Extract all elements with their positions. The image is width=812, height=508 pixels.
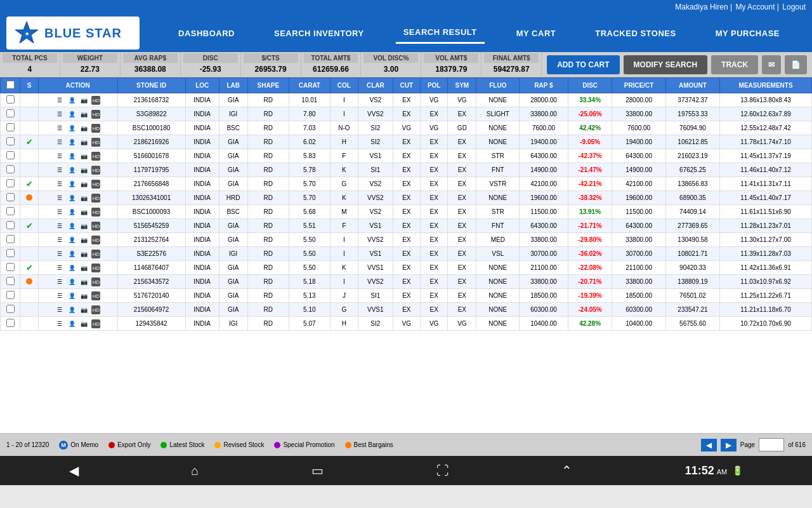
camera-icon[interactable]: 📷 — [79, 194, 88, 203]
hd-icon[interactable]: HD — [91, 152, 100, 161]
row-action-cell[interactable]: ☰ 👤 📷 HD — [38, 93, 117, 107]
hd-icon[interactable]: HD — [91, 138, 100, 147]
modify-search-button[interactable]: MODIFY SEARCH — [624, 55, 707, 74]
detail-icon[interactable]: ☰ — [55, 291, 64, 300]
person-icon[interactable]: 👤 — [67, 277, 76, 286]
camera-icon[interactable]: 📷 — [79, 277, 88, 286]
row-checkbox[interactable] — [6, 221, 15, 229]
row-checkbox-cell[interactable] — [1, 247, 20, 261]
back-icon[interactable]: ◀ — [69, 463, 79, 478]
row-checkbox-cell[interactable] — [1, 261, 20, 275]
row-checkbox[interactable] — [6, 235, 15, 243]
camera-icon[interactable]: 📷 — [79, 152, 88, 161]
row-checkbox-cell[interactable] — [1, 317, 20, 331]
row-checkbox[interactable] — [6, 123, 15, 131]
detail-icon[interactable]: ☰ — [55, 208, 64, 217]
row-checkbox[interactable] — [6, 95, 15, 104]
screenshot-icon[interactable]: ⛶ — [436, 464, 449, 478]
camera-icon[interactable]: 📷 — [79, 124, 88, 133]
row-checkbox-cell[interactable] — [1, 135, 20, 149]
row-checkbox-cell[interactable] — [1, 205, 20, 219]
person-icon[interactable]: 👤 — [67, 208, 76, 217]
row-action-cell[interactable]: ☰ 👤 📷 HD — [38, 247, 117, 261]
my-account-link[interactable]: My Account — [735, 3, 775, 11]
camera-icon[interactable]: 📷 — [79, 250, 88, 258]
nav-dashboard[interactable]: DASHBOARD — [171, 23, 242, 43]
row-checkbox-cell[interactable] — [1, 177, 20, 191]
row-checkbox[interactable] — [6, 249, 15, 257]
detail-icon[interactable]: ☰ — [55, 264, 64, 272]
nav-search-inventory[interactable]: SEARCH INVENTORY — [266, 23, 372, 43]
hd-icon[interactable]: HD — [91, 250, 100, 258]
row-action-cell[interactable]: ☰ 👤 📷 HD — [38, 149, 117, 163]
row-checkbox[interactable] — [6, 291, 15, 299]
hd-icon[interactable]: HD — [91, 222, 100, 231]
camera-icon[interactable]: 📷 — [79, 180, 88, 189]
person-icon[interactable]: 👤 — [67, 305, 76, 314]
row-checkbox[interactable] — [6, 179, 15, 187]
row-action-cell[interactable]: ☰ 👤 📷 HD — [38, 303, 117, 317]
detail-icon[interactable]: ☰ — [55, 152, 64, 161]
hd-icon[interactable]: HD — [91, 208, 100, 217]
hd-icon[interactable]: HD — [91, 319, 100, 328]
detail-icon[interactable]: ☰ — [55, 138, 64, 147]
row-checkbox[interactable] — [6, 207, 15, 215]
person-icon[interactable]: 👤 — [67, 222, 76, 231]
row-action-cell[interactable]: ☰ 👤 📷 HD — [38, 135, 117, 149]
row-checkbox[interactable] — [6, 165, 15, 173]
logout-link[interactable]: Logout — [782, 3, 806, 11]
person-icon[interactable]: 👤 — [67, 250, 76, 258]
recent-apps-icon[interactable]: ▭ — [311, 463, 324, 478]
row-action-cell[interactable]: ☰ 👤 📷 HD — [38, 107, 117, 121]
row-action-cell[interactable]: ☰ 👤 📷 HD — [38, 261, 117, 275]
detail-icon[interactable]: ☰ — [55, 236, 64, 244]
person-icon[interactable]: 👤 — [67, 152, 76, 161]
row-checkbox[interactable] — [6, 319, 15, 327]
hd-icon[interactable]: HD — [91, 305, 100, 314]
hd-icon[interactable]: HD — [91, 96, 100, 105]
hd-icon[interactable]: HD — [91, 264, 100, 272]
row-checkbox[interactable] — [6, 109, 15, 117]
row-action-cell[interactable]: ☰ 👤 📷 HD — [38, 219, 117, 233]
person-icon[interactable]: 👤 — [67, 110, 76, 119]
hd-icon[interactable]: HD — [91, 277, 100, 286]
detail-icon[interactable]: ☰ — [55, 250, 64, 258]
row-checkbox-cell[interactable] — [1, 219, 20, 233]
person-icon[interactable]: 👤 — [67, 194, 76, 203]
camera-icon[interactable]: 📷 — [79, 291, 88, 300]
hd-icon[interactable]: HD — [91, 166, 100, 175]
row-action-cell[interactable]: ☰ 👤 📷 HD — [38, 289, 117, 303]
row-action-cell[interactable]: ☰ 👤 📷 HD — [38, 233, 117, 247]
hd-icon[interactable]: HD — [91, 236, 100, 244]
row-action-cell[interactable]: ☰ 👤 📷 HD — [38, 177, 117, 191]
row-checkbox-cell[interactable] — [1, 163, 20, 177]
keyboard-icon[interactable]: ⌃ — [561, 463, 572, 478]
row-checkbox-cell[interactable] — [1, 107, 20, 121]
row-checkbox[interactable] — [6, 193, 15, 201]
track-button[interactable]: TRACK — [711, 55, 758, 74]
pdf-button[interactable]: 📄 — [785, 55, 807, 74]
row-action-cell[interactable]: ☰ 👤 📷 HD — [38, 121, 117, 135]
email-button[interactable]: ✉ — [762, 55, 781, 74]
detail-icon[interactable]: ☰ — [55, 194, 64, 203]
person-icon[interactable]: 👤 — [67, 291, 76, 300]
row-checkbox-cell[interactable] — [1, 191, 20, 205]
row-checkbox[interactable] — [6, 151, 15, 159]
detail-icon[interactable]: ☰ — [55, 305, 64, 314]
row-checkbox-cell[interactable] — [1, 289, 20, 303]
detail-icon[interactable]: ☰ — [55, 180, 64, 189]
person-icon[interactable]: 👤 — [67, 96, 76, 105]
camera-icon[interactable]: 📷 — [79, 208, 88, 217]
row-action-cell[interactable]: ☰ 👤 📷 HD — [38, 275, 117, 289]
person-icon[interactable]: 👤 — [67, 138, 76, 147]
camera-icon[interactable]: 📷 — [79, 166, 88, 175]
person-icon[interactable]: 👤 — [67, 180, 76, 189]
camera-icon[interactable]: 📷 — [79, 96, 88, 105]
detail-icon[interactable]: ☰ — [55, 96, 64, 105]
results-table-wrapper[interactable]: S ACTION STONE ID LOC LAB SHAPE CARAT CO… — [0, 77, 812, 433]
row-action-cell[interactable]: ☰ 👤 📷 HD — [38, 191, 117, 205]
hd-icon[interactable]: HD — [91, 110, 100, 119]
camera-icon[interactable]: 📷 — [79, 236, 88, 244]
person-icon[interactable]: 👤 — [67, 236, 76, 244]
select-all-checkbox[interactable] — [6, 81, 15, 89]
